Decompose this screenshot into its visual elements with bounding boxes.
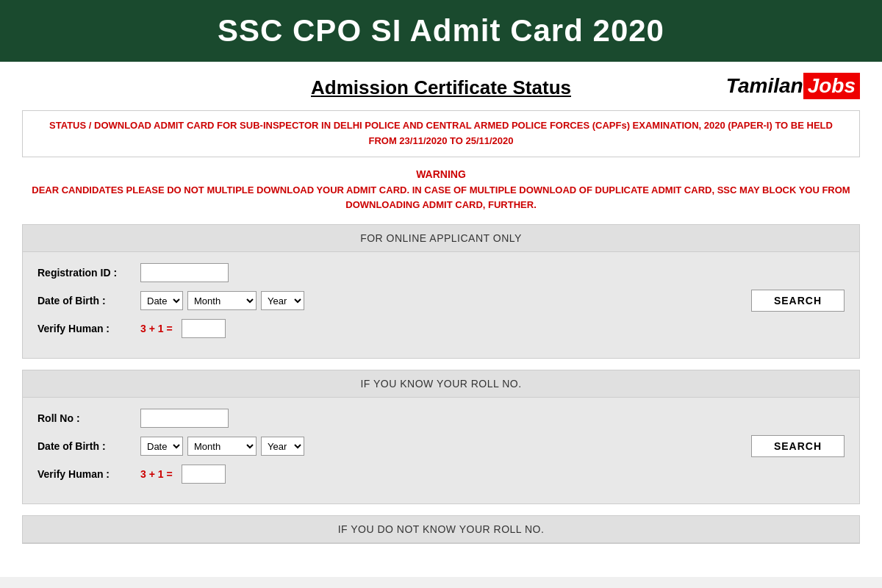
section-no-roll: IF YOU DO NOT KNOW YOUR ROLL NO. (22, 515, 860, 544)
section-roll-no: IF YOU KNOW YOUR ROLL NO. Roll No : Date… (22, 370, 860, 504)
main-title: SSC CPO SI Admit Card 2020 (15, 13, 867, 49)
verify-equation-2: 3 + 1 = (140, 468, 173, 480)
month-select-1[interactable]: Month JanuaryFebruaryMarchApril MayJuneJ… (187, 291, 257, 310)
verify-input-2[interactable] (182, 465, 226, 484)
month-select-2[interactable]: Month JanuaryFebruaryMarchApril MayJuneJ… (187, 437, 257, 456)
dob-controls-2: Date 12345 678910 1112131415 1617181920 … (140, 437, 845, 456)
dob-label-1: Date of Birth : (37, 295, 140, 306)
dob-controls-1: Date 12345 678910 1112131415 1617181920 … (140, 291, 845, 310)
section2-header: IF YOU KNOW YOUR ROLL NO. (23, 370, 859, 398)
section3-header: IF YOU DO NOT KNOW YOUR ROLL NO. (23, 516, 859, 543)
rollno-row: Roll No : (37, 409, 845, 428)
dob-row-1: Date of Birth : Date 12345 678910 111213… (37, 291, 845, 310)
search-button-2[interactable]: SEARCH (751, 435, 845, 457)
status-banner-text: STATUS / DOWNLOAD ADMIT CARD FOR SUB-INS… (49, 120, 833, 146)
warning-title: WARNING (22, 168, 860, 180)
registration-row: Registration ID : (37, 263, 845, 282)
year-select-2[interactable]: Year 1990199119921993 1994199519961997 1… (261, 437, 304, 456)
status-banner: STATUS / DOWNLOAD ADMIT CARD FOR SUB-INS… (22, 110, 860, 157)
section2-body: Roll No : Date of Birth : Date 12345 678… (23, 398, 859, 503)
rollno-label: Roll No : (37, 412, 140, 424)
logo: TamilanJobs (726, 73, 860, 99)
search-button-1[interactable]: SEARCH (751, 290, 845, 312)
verify-input-1[interactable] (182, 319, 226, 338)
dob-label-2: Date of Birth : (37, 440, 140, 452)
section-online-applicant: FOR ONLINE APPLICANT ONLY Registration I… (22, 224, 860, 359)
logo-jobs: Jobs (803, 73, 860, 99)
verify-equation-1: 3 + 1 = (140, 323, 173, 334)
section1-body: Registration ID : Date of Birth : Date 1… (23, 252, 859, 358)
verify-label-1: Verify Human : (37, 323, 140, 334)
verify-row-2: Verify Human : 3 + 1 = (37, 465, 845, 484)
verify-controls-2: 3 + 1 = (140, 465, 845, 484)
rollno-controls (140, 409, 845, 428)
warning-section: WARNING DEAR CANDIDATES PLEASE DO NOT MU… (22, 168, 860, 214)
page-header: SSC CPO SI Admit Card 2020 (0, 0, 882, 62)
section1-header: FOR ONLINE APPLICANT ONLY (23, 225, 859, 252)
warning-text: DEAR CANDIDATES PLEASE DO NOT MULTIPLE D… (22, 183, 860, 214)
rollno-input[interactable] (140, 409, 229, 428)
logo-tamilan: Tamilan (726, 74, 803, 98)
year-select-1[interactable]: Year 1990199119921993 1994199519961997 1… (261, 291, 304, 310)
date-select-2[interactable]: Date 12345 678910 1112131415 1617181920 … (140, 437, 183, 456)
verify-label-2: Verify Human : (37, 468, 140, 480)
verify-controls-1: 3 + 1 = (140, 319, 845, 338)
verify-row-1: Verify Human : 3 + 1 = (37, 319, 845, 338)
dob-row-2: Date of Birth : Date 12345 678910 111213… (37, 437, 845, 456)
main-content: TamilanJobs Admission Certificate Status… (0, 62, 882, 577)
registration-input[interactable] (140, 263, 229, 282)
date-select-1[interactable]: Date 12345 678910 1112131415 1617181920 … (140, 291, 183, 310)
registration-controls (140, 263, 845, 282)
registration-label: Registration ID : (37, 267, 140, 279)
